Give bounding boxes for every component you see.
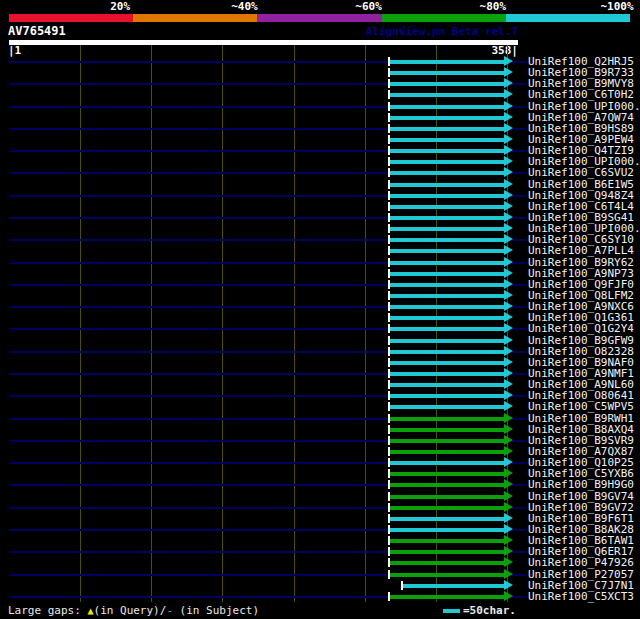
hit-bar[interactable]	[390, 227, 504, 231]
hit-bar[interactable]	[390, 138, 504, 142]
hit-bar[interactable]	[390, 316, 504, 320]
hit-bar[interactable]	[390, 261, 504, 265]
hit-bar[interactable]	[390, 171, 504, 175]
hit-bar[interactable]	[390, 183, 504, 187]
hit-row[interactable]: UniRef100_P27057	[0, 569, 640, 580]
hit-arrowhead-icon	[504, 257, 513, 267]
hit-row[interactable]: UniRef100_B9GV74	[0, 491, 640, 502]
hit-arrowhead-icon	[504, 268, 513, 278]
hit-bar[interactable]	[390, 383, 504, 387]
hit-arrowhead-icon	[504, 223, 513, 233]
hit-bar[interactable]	[390, 327, 504, 331]
hit-bar[interactable]	[390, 450, 504, 454]
hit-bar[interactable]	[390, 439, 504, 443]
hit-bar[interactable]	[390, 60, 504, 64]
hit-bar[interactable]	[390, 472, 504, 476]
hit-row[interactable]: UniRef100_B9RWH1	[0, 413, 640, 424]
hit-label[interactable]: UniRef100_C6SVU2	[528, 168, 634, 178]
hit-bar[interactable]	[390, 595, 504, 599]
hit-arrowhead-icon	[504, 569, 513, 579]
hit-arrowhead-icon	[504, 435, 513, 445]
hit-row[interactable]: UniRef100_B9GFW9	[0, 335, 640, 346]
hit-row[interactable]: UniRef100_B9H9G0	[0, 479, 640, 490]
hit-row[interactable]: UniRef100_C6SVU2	[0, 167, 640, 178]
hit-bar[interactable]	[390, 294, 504, 298]
hit-bar[interactable]	[390, 573, 504, 577]
hit-label[interactable]: UniRef100_C5XCT3	[528, 592, 634, 602]
scale-legend-label: =50char.	[463, 604, 516, 617]
identity-key-label: ~40%	[212, 1, 276, 13]
hit-row[interactable]: UniRef100_B6E1W5	[0, 179, 640, 190]
identity-key-segment	[257, 14, 381, 22]
hit-bar[interactable]	[390, 283, 504, 287]
hit-bar[interactable]	[390, 93, 504, 97]
hit-arrowhead-icon	[504, 56, 513, 66]
hit-label[interactable]: UniRef100_B9RWH1	[528, 414, 634, 424]
hit-label[interactable]: UniRef100_A7PLL4	[528, 246, 634, 256]
hit-bar[interactable]	[390, 105, 504, 109]
hit-row[interactable]: UniRef100_UPI000..	[0, 101, 640, 112]
hit-bar[interactable]	[390, 249, 504, 253]
hit-label[interactable]: UniRef100_Q1G2Y4	[528, 324, 634, 334]
hit-bar[interactable]	[390, 216, 504, 220]
hit-bar[interactable]	[390, 550, 504, 554]
hit-label[interactable]: UniRef100_C5WPV5	[528, 402, 634, 412]
hit-bar[interactable]	[390, 506, 504, 510]
hit-bar[interactable]	[390, 417, 504, 421]
hit-bar[interactable]	[390, 272, 504, 276]
hit-bar[interactable]	[390, 71, 504, 75]
identity-key-segment	[382, 14, 506, 22]
hit-bar[interactable]	[390, 361, 504, 365]
watermark-text: AlignView.pm Beta rel.7	[366, 26, 518, 38]
hit-bar[interactable]	[390, 495, 504, 499]
hit-arrowhead-icon	[504, 156, 513, 166]
hit-arrowhead-icon	[504, 190, 513, 200]
hit-bar[interactable]	[390, 82, 504, 86]
hit-row[interactable]: UniRef100_P47926	[0, 557, 640, 568]
hit-bar[interactable]	[390, 539, 504, 543]
hit-arrowhead-icon	[504, 357, 513, 367]
hit-row[interactable]: UniRef100_A7PLL4	[0, 245, 640, 256]
hit-bar[interactable]	[390, 238, 504, 242]
hit-bar[interactable]	[390, 372, 504, 376]
hit-arrowhead-icon	[504, 201, 513, 211]
hit-bar[interactable]	[390, 528, 504, 532]
hit-label[interactable]: UniRef100_C6T0H2	[528, 90, 634, 100]
hit-row[interactable]: UniRef100_C5WPV5	[0, 401, 640, 412]
hit-bar[interactable]	[390, 517, 504, 521]
hit-bar[interactable]	[390, 483, 504, 487]
hit-bar[interactable]	[390, 149, 504, 153]
hit-arrowhead-icon	[504, 401, 513, 411]
hit-arrowhead-icon	[504, 301, 513, 311]
hit-arrowhead-icon	[504, 346, 513, 356]
hit-bar[interactable]	[390, 394, 504, 398]
hit-bar[interactable]	[390, 160, 504, 164]
hit-label[interactable]: UniRef100_B9GV74	[528, 492, 634, 502]
hit-label[interactable]: UniRef100_P27057	[528, 570, 634, 580]
identity-key-segment	[133, 14, 257, 22]
identity-key-label: ~100%	[585, 1, 640, 13]
hit-row[interactable]: UniRef100_C5XCT3	[0, 591, 640, 602]
hit-row[interactable]: UniRef100_C6T0H2	[0, 89, 640, 100]
hit-label[interactable]: UniRef100_B9H9G0	[528, 480, 634, 490]
hit-arrowhead-icon	[504, 557, 513, 567]
hit-bar[interactable]	[390, 405, 504, 409]
hit-bar[interactable]	[390, 116, 504, 120]
hit-row[interactable]: UniRef100_Q1G2Y4	[0, 323, 640, 334]
hit-arrowhead-icon	[504, 446, 513, 456]
hit-arrowhead-icon	[504, 491, 513, 501]
hit-bar[interactable]	[390, 428, 504, 432]
hit-bar[interactable]	[390, 350, 504, 354]
hit-bar[interactable]	[390, 127, 504, 131]
hit-bar[interactable]	[390, 339, 504, 343]
hit-row[interactable]: UniRef100_B9RY62	[0, 257, 640, 268]
hit-bar[interactable]	[390, 205, 504, 209]
hit-label[interactable]: UniRef100_P47926	[528, 558, 634, 568]
hit-arrowhead-icon	[504, 390, 513, 400]
hit-arrowhead-icon	[504, 179, 513, 189]
hit-bar[interactable]	[403, 584, 504, 588]
hit-bar[interactable]	[390, 561, 504, 565]
hit-bar[interactable]	[390, 194, 504, 198]
hit-bar[interactable]	[390, 461, 504, 465]
hit-bar[interactable]	[390, 305, 504, 309]
